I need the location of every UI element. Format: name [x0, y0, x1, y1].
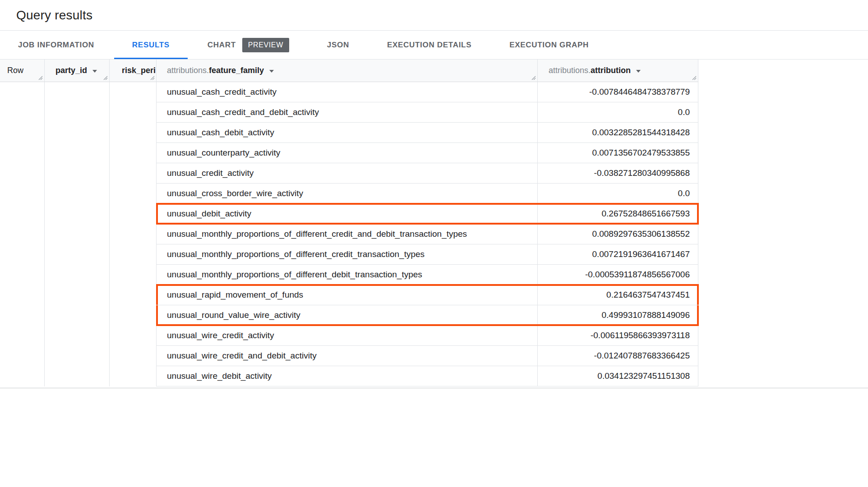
attribution-cell: 0.034123297451151308: [538, 366, 698, 386]
tab-label: JSON: [327, 41, 349, 50]
attribution-cell: 0.49993107888149096: [538, 305, 698, 325]
risk-period-column-cell: [110, 82, 157, 386]
feature-family-cell: unusual_credit_activity: [157, 163, 538, 183]
tab-label: EXECUTION DETAILS: [387, 41, 471, 50]
feature-family-cell: unusual_round_value_wire_activity: [157, 305, 538, 325]
table-row: unusual_monthly_proportions_of_different…: [157, 244, 698, 265]
column-header-row[interactable]: Row: [0, 60, 45, 82]
title-bar: Query results: [0, 0, 868, 31]
attribution-cell: -0.038271280340995868: [538, 163, 698, 183]
table-row: unusual_cash_credit_activity -0.00784464…: [157, 82, 698, 102]
attribution-cell: 0.0071356702479533855: [538, 143, 698, 163]
column-label: risk_peri: [122, 66, 156, 75]
attribution-cell: -0.00053911874856567006: [538, 265, 698, 285]
table-row: unusual_cash_debit_activity 0.0032285281…: [157, 123, 698, 143]
attribution-cell: 0.0089297635306138552: [538, 224, 698, 244]
table-row: unusual_credit_activity -0.0382712803409…: [157, 163, 698, 184]
attribution-cell: 0.0: [538, 184, 698, 203]
tab-chart[interactable]: CHART PREVIEW: [189, 31, 307, 59]
preview-badge: PREVIEW: [242, 38, 289, 52]
panel-bottom-divider: [0, 386, 868, 388]
tab-execution-graph[interactable]: EXECUTION GRAPH: [491, 31, 607, 59]
sort-dropdown-icon[interactable]: [636, 70, 641, 73]
column-resize-handle-icon[interactable]: [103, 75, 108, 80]
row-number-column-cell: [0, 82, 45, 386]
feature-family-cell: unusual_wire_debit_activity: [157, 366, 538, 386]
feature-family-cell: unusual_monthly_proportions_of_different…: [157, 265, 538, 285]
attribution-cell: 0.0072191963641671467: [538, 244, 698, 264]
attribution-cell: 0.2164637547437451: [538, 285, 698, 305]
column-label: Row: [7, 66, 23, 75]
attribution-cell: -0.0061195866393973118: [538, 326, 698, 345]
tab-json[interactable]: JSON: [309, 31, 367, 59]
table-row: unusual_counterparty_activity 0.00713567…: [157, 143, 698, 163]
column-prefix: attributions.: [549, 66, 591, 75]
attribution-cell: -0.012407887683366425: [538, 346, 698, 366]
column-header-party-id[interactable]: party_id: [45, 60, 110, 82]
table-row: unusual_wire_credit_and_debit_activity -…: [157, 346, 698, 366]
column-resize-handle-icon[interactable]: [150, 75, 155, 80]
table-row-highlighted: unusual_rapid_movement_of_funds 0.216463…: [157, 285, 698, 305]
feature-family-cell: unusual_cash_credit_activity: [157, 82, 538, 102]
feature-family-cell: unusual_wire_credit_and_debit_activity: [157, 346, 538, 366]
column-label: party_id: [55, 66, 87, 75]
party-id-column-cell: [45, 82, 110, 386]
table-row: unusual_cash_credit_and_debit_activity 0…: [157, 102, 698, 123]
feature-family-cell: unusual_debit_activity: [157, 204, 538, 224]
table-row-highlighted: unusual_debit_activity 0.267528486516675…: [157, 204, 698, 224]
feature-family-cell: unusual_monthly_proportions_of_different…: [157, 244, 538, 264]
table-row: unusual_wire_credit_activity -0.00611958…: [157, 326, 698, 346]
column-prefix: attributions.: [167, 66, 209, 75]
feature-family-cell: unusual_cross_border_wire_activity: [157, 184, 538, 203]
feature-family-cell: unusual_cash_credit_and_debit_activity: [157, 102, 538, 122]
feature-family-cell: unusual_counterparty_activity: [157, 143, 538, 163]
table-body: unusual_cash_credit_activity -0.00784464…: [0, 82, 698, 386]
column-label: feature_family: [209, 66, 264, 75]
column-header-attribution[interactable]: attributions.attribution: [538, 60, 698, 82]
tab-label: RESULTS: [132, 41, 170, 50]
feature-family-cell: unusual_rapid_movement_of_funds: [157, 285, 538, 305]
results-table: Row party_id risk_peri attributions.feat…: [0, 60, 698, 386]
table-row-highlighted: unusual_round_value_wire_activity 0.4999…: [157, 305, 698, 326]
table-row: unusual_monthly_proportions_of_different…: [157, 265, 698, 285]
tab-job-information[interactable]: JOB INFORMATION: [0, 31, 112, 59]
feature-family-cell: unusual_cash_debit_activity: [157, 123, 538, 142]
column-resize-handle-icon[interactable]: [531, 75, 536, 80]
attribution-cell: 0.26752848651667593: [538, 204, 698, 224]
table-header-row: Row party_id risk_peri attributions.feat…: [0, 60, 698, 82]
attribution-cell: 0.0: [538, 102, 698, 122]
tab-label: CHART: [208, 41, 236, 50]
tab-label: EXECUTION GRAPH: [509, 41, 589, 50]
sort-dropdown-icon[interactable]: [269, 70, 274, 73]
table-row: unusual_wire_debit_activity 0.0341232974…: [157, 366, 698, 386]
feature-family-cell: unusual_wire_credit_activity: [157, 326, 538, 345]
column-resize-handle-icon[interactable]: [38, 75, 43, 80]
tab-label: JOB INFORMATION: [18, 41, 94, 50]
query-results-panel: Query results JOB INFORMATION RESULTS CH…: [0, 0, 868, 487]
nested-rows-area: unusual_cash_credit_activity -0.00784464…: [157, 82, 698, 386]
sort-dropdown-icon[interactable]: [92, 70, 97, 73]
feature-family-cell: unusual_monthly_proportions_of_different…: [157, 224, 538, 244]
column-label: attribution: [591, 66, 631, 75]
tab-results[interactable]: RESULTS: [114, 31, 188, 59]
tab-bar: JOB INFORMATION RESULTS CHART PREVIEW JS…: [0, 31, 868, 60]
tab-execution-details[interactable]: EXECUTION DETAILS: [369, 31, 489, 59]
column-resize-handle-icon[interactable]: [692, 75, 697, 80]
page-title: Query results: [16, 8, 92, 23]
attribution-cell: -0.0078446484738378779: [538, 82, 698, 102]
table-row: unusual_cross_border_wire_activity 0.0: [157, 184, 698, 204]
attribution-cell: 0.0032285281544318428: [538, 123, 698, 142]
column-header-risk-period[interactable]: risk_peri: [110, 60, 157, 82]
table-row: unusual_monthly_proportions_of_different…: [157, 224, 698, 244]
column-header-feature-family[interactable]: attributions.feature_family: [157, 60, 538, 82]
